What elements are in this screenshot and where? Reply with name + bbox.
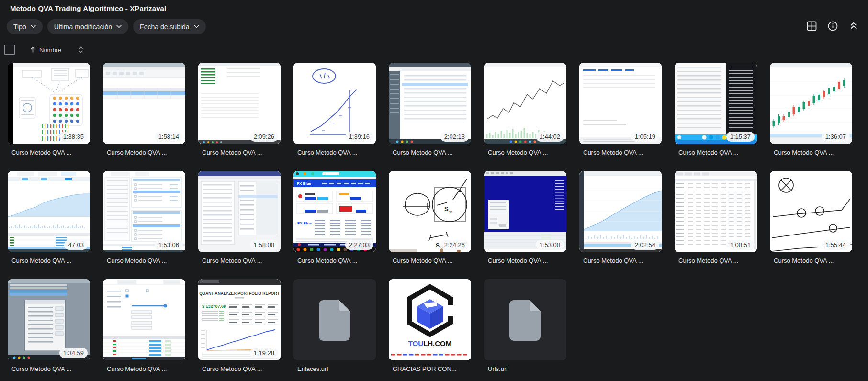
- file-card[interactable]: 1:53:00 Curso Metodo QVA ...: [484, 171, 566, 264]
- file-card[interactable]: FX BlueFX Blue 2:27:03 Curso Metodo QVA …: [293, 171, 376, 264]
- file-thumbnail[interactable]: 1:39:16: [293, 63, 376, 144]
- grid-view-button[interactable]: [806, 20, 817, 32]
- thumbnail-file-generic: [293, 279, 376, 360]
- file-thumbnail[interactable]: TOULH.COM: [389, 279, 471, 360]
- file-card[interactable]: 2:02:54 Curso Metodo QVA ...: [579, 171, 662, 264]
- video-duration-badge: 1:00:51: [726, 240, 755, 250]
- file-thumbnail[interactable]: 2:02:13: [389, 63, 471, 144]
- file-thumbnail[interactable]: 1:53:06: [103, 171, 185, 252]
- video-duration-badge: 1:34:59: [59, 348, 88, 358]
- file-thumbnail[interactable]: QUANT ANALYZER PORTFOLIO REPORT$ 132707.…: [198, 279, 281, 360]
- video-duration-badge: 1:19:28: [250, 348, 278, 358]
- filter-chip-ultima-modificacion[interactable]: Última modificación: [47, 19, 128, 34]
- file-thumbnail[interactable]: 47:03: [8, 171, 90, 252]
- thumbnail-file-generic: [484, 279, 566, 360]
- view-toolbar: [806, 20, 859, 32]
- file-thumbnail[interactable]: S%S% 2:24:26: [389, 171, 471, 252]
- filter-chip-fecha-de-subida[interactable]: Fecha de subida: [133, 19, 206, 34]
- file-card[interactable]: 1:38:35 Curso Metodo QVA ...: [8, 63, 90, 156]
- file-card[interactable]: 2:09:26 Curso Metodo QVA ...: [198, 63, 281, 156]
- files-grid: 1:38:35 Curso Metodo QVA ... 1:58:14 Cur…: [8, 63, 852, 372]
- file-thumbnail[interactable]: 2:02:54: [579, 171, 662, 252]
- chevron-down-icon: [31, 25, 36, 28]
- file-name: Curso Metodo QVA ...: [774, 257, 850, 264]
- video-duration-badge: 1:05:19: [631, 132, 659, 142]
- file-name: Curso Metodo QVA ...: [297, 149, 374, 156]
- file-card[interactable]: Enlaces.url: [293, 279, 376, 372]
- file-name: Curso Metodo QVA ...: [202, 365, 279, 372]
- file-thumbnail[interactable]: [293, 279, 376, 360]
- video-duration-badge: 2:02:54: [631, 240, 659, 250]
- video-duration-badge: 1:38:35: [59, 132, 88, 142]
- svg-text:S: S: [436, 242, 440, 249]
- file-card[interactable]: 1:36:07 Curso Metodo QVA ...: [770, 63, 852, 156]
- file-name: Urls.url: [488, 365, 564, 372]
- file-name: Curso Metodo QVA ...: [107, 365, 183, 372]
- file-thumbnail[interactable]: 1:34:59: [8, 279, 90, 360]
- svg-text:S: S: [444, 205, 449, 213]
- thumbnail-toulh-logo: TOULH.COM: [389, 279, 471, 360]
- file-card[interactable]: 1:05:19 Curso Metodo QVA ...: [579, 63, 662, 156]
- file-name: Curso Metodo QVA ...: [488, 257, 564, 264]
- select-all-checkbox[interactable]: [4, 45, 15, 55]
- file-card[interactable]: S%S% 2:24:26 Curso Metodo QVA ...: [389, 171, 471, 264]
- info-button[interactable]: [827, 20, 838, 32]
- file-thumbnail[interactable]: 1:38:35: [8, 63, 90, 144]
- file-name: GRACIAS POR CON...: [393, 365, 469, 372]
- thumbnail-settings-form-window: [103, 279, 185, 360]
- file-card[interactable]: 2:02:13 Curso Metodo QVA ...: [389, 63, 471, 156]
- file-name: Curso Metodo QVA ...: [107, 149, 183, 156]
- file-thumbnail[interactable]: 2:09:26: [198, 63, 281, 144]
- file-card[interactable]: 1:39:16 Curso Metodo QVA ...: [293, 63, 376, 156]
- file-thumbnail[interactable]: 1:00:51: [675, 171, 757, 252]
- file-card[interactable]: Curso Metodo QVA ...: [103, 279, 185, 372]
- file-card[interactable]: 1:44:02 Curso Metodo QVA ...: [484, 63, 566, 156]
- file-thumbnail[interactable]: 1:58:14: [103, 63, 185, 144]
- info-icon: [828, 21, 838, 31]
- file-name: Curso Metodo QVA ...: [678, 149, 755, 156]
- file-name: Curso Metodo QVA ...: [393, 149, 469, 156]
- file-thumbnail[interactable]: 1:36:07: [770, 63, 852, 144]
- file-card[interactable]: Urls.url: [484, 279, 566, 372]
- file-card[interactable]: 1:15:37 Curso Metodo QVA ...: [675, 63, 757, 156]
- file-card[interactable]: 47:03 Curso Metodo QVA ...: [8, 171, 90, 264]
- file-name: Curso Metodo QVA ...: [11, 257, 88, 264]
- page-title: Metodo QVA Trading Algoritmico - XPariza…: [10, 4, 166, 12]
- file-thumbnail[interactable]: 1:05:19: [579, 63, 662, 144]
- file-card[interactable]: 1:00:51 Curso Metodo QVA ...: [675, 171, 757, 264]
- filter-chip-tipo[interactable]: Tipo: [7, 19, 43, 34]
- file-card[interactable]: 1:34:59 Curso Metodo QVA ...: [8, 279, 90, 372]
- file-card[interactable]: QUANT ANALYZER PORTFOLIO REPORT$ 132707.…: [198, 279, 281, 372]
- double-chevron-up-icon: [849, 22, 858, 30]
- video-duration-badge: 1:53:00: [536, 240, 564, 250]
- filter-chip-label: Última modificación: [54, 23, 112, 31]
- sort-label: Nombre: [39, 46, 61, 54]
- file-card[interactable]: 1:58:14 Curso Metodo QVA ...: [103, 63, 185, 156]
- file-thumbnail[interactable]: 1:15:37: [675, 63, 757, 144]
- file-card[interactable]: 1:53:06 Curso Metodo QVA ...: [103, 171, 185, 264]
- sort-by-name[interactable]: Nombre: [30, 46, 61, 54]
- collapse-button[interactable]: [848, 20, 859, 32]
- file-card[interactable]: 1:55:44 Curso Metodo QVA ...: [770, 171, 852, 264]
- filter-chip-label: Fecha de subida: [140, 23, 190, 31]
- file-card[interactable]: 1:58:00 Curso Metodo QVA ...: [198, 171, 281, 264]
- svg-text:FX Blue: FX Blue: [297, 181, 311, 186]
- list-header: Nombre: [4, 45, 84, 55]
- arrow-up-icon: [30, 46, 36, 53]
- file-thumbnail[interactable]: FX BlueFX Blue 2:27:03: [293, 171, 376, 252]
- file-thumbnail[interactable]: 1:55:44: [770, 171, 852, 252]
- file-thumbnail[interactable]: [484, 279, 566, 360]
- video-duration-badge: 2:24:26: [440, 240, 469, 250]
- file-card[interactable]: TOULH.COM GRACIAS POR CON...: [389, 279, 471, 372]
- sort-direction-toggle[interactable]: [78, 46, 84, 54]
- svg-text:TOULH.COM: TOULH.COM: [408, 339, 452, 347]
- file-thumbnail[interactable]: 1:58:00: [198, 171, 281, 252]
- file-thumbnail[interactable]: 1:53:00: [484, 171, 566, 252]
- file-thumbnail[interactable]: [103, 279, 185, 360]
- file-thumbnail[interactable]: 1:44:02: [484, 63, 566, 144]
- file-name: Curso Metodo QVA ...: [107, 257, 183, 264]
- video-duration-badge: 2:27:03: [345, 240, 373, 250]
- grid-view-icon: [807, 21, 817, 31]
- file-name: Curso Metodo QVA ...: [678, 257, 755, 264]
- video-duration-badge: 1:58:00: [250, 240, 278, 250]
